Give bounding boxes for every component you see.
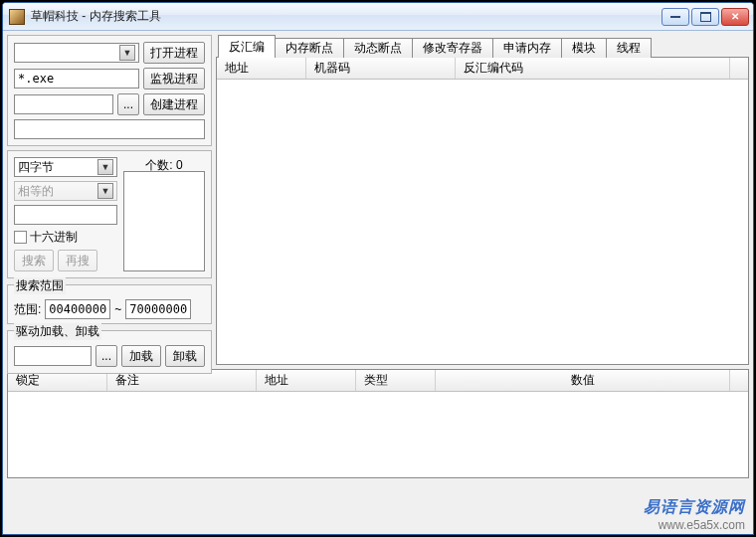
tab-pane: 地址 机器码 反汇编代码	[216, 58, 749, 365]
tab-strip: 反汇编内存断点动态断点修改寄存器申请内存模块线程	[216, 35, 749, 58]
lower-grid-body[interactable]	[8, 392, 748, 477]
chevron-down-icon: ▼	[97, 159, 113, 175]
col-type[interactable]: 类型	[356, 370, 436, 391]
tab-5[interactable]: 模块	[561, 38, 607, 58]
driver-load-button[interactable]: 加载	[121, 345, 161, 367]
process-panel: ▼ 打开进程 *.exe 监视进程 ... 创建进程	[7, 35, 212, 146]
tab-4[interactable]: 申请内存	[492, 38, 562, 58]
create-process-button[interactable]: 创建进程	[143, 93, 205, 115]
disasm-grid-body[interactable]	[217, 80, 748, 364]
watermark-line2: www.e5a5x.com	[659, 518, 745, 532]
result-listbox[interactable]	[123, 171, 205, 271]
col-opcode[interactable]: 机器码	[306, 58, 456, 79]
driver-path-input[interactable]	[14, 346, 92, 366]
lower-grid: 锁定 备注 地址 类型 数值	[7, 369, 749, 478]
browse-path-button[interactable]: ...	[117, 93, 139, 115]
close-button[interactable]	[721, 8, 749, 26]
maximize-button[interactable]	[691, 8, 719, 26]
datatype-value: 四字节	[18, 159, 54, 176]
search-value-input[interactable]	[14, 205, 117, 225]
app-icon	[9, 9, 25, 25]
compare-combo: 相等的 ▼	[14, 181, 117, 201]
hex-checkbox-row[interactable]: 十六进制	[14, 229, 117, 246]
range-legend: 搜索范围	[14, 277, 66, 294]
extra-input[interactable]	[14, 119, 205, 139]
range-to-input[interactable]: 70000000	[125, 299, 191, 319]
range-separator: ~	[114, 302, 121, 316]
datatype-combo[interactable]: 四字节 ▼	[14, 157, 117, 177]
disasm-header-row: 地址 机器码 反汇编代码	[217, 58, 748, 80]
tab-3[interactable]: 修改寄存器	[412, 38, 493, 58]
research-button: 再搜	[58, 250, 97, 271]
col-disasm[interactable]: 反汇编代码	[456, 58, 730, 79]
watermark-line1: 易语言资源网	[644, 497, 745, 518]
window-title: 草帽科技 - 内存搜索工具	[31, 8, 662, 25]
search-button: 搜索	[14, 250, 54, 271]
tab-2[interactable]: 动态断点	[343, 38, 413, 58]
upper-area: ▼ 打开进程 *.exe 监视进程 ... 创建进程	[7, 35, 749, 365]
driver-browse-button[interactable]: ...	[95, 345, 117, 367]
hex-checkbox[interactable]	[14, 231, 27, 244]
open-process-button[interactable]: 打开进程	[143, 42, 205, 64]
col-spacer	[730, 58, 748, 79]
range-groupbox: 搜索范围 范围: 00400000 ~ 70000000	[7, 284, 212, 324]
range-from-input[interactable]: 00400000	[45, 299, 110, 319]
tab-0[interactable]: 反汇编	[218, 35, 276, 58]
minimize-button[interactable]	[662, 8, 689, 26]
driver-groupbox: 驱动加载、卸载 ... 加载 卸载	[7, 330, 212, 374]
left-column: ▼ 打开进程 *.exe 监视进程 ... 创建进程	[7, 35, 212, 365]
chevron-down-icon: ▼	[119, 45, 135, 61]
driver-unload-button[interactable]: 卸载	[165, 345, 205, 367]
client-area: ▼ 打开进程 *.exe 监视进程 ... 创建进程	[3, 31, 753, 534]
process-combo[interactable]: ▼	[14, 43, 139, 63]
window-buttons	[662, 8, 749, 26]
titlebar[interactable]: 草帽科技 - 内存搜索工具	[3, 3, 753, 31]
exe-filter-input[interactable]: *.exe	[14, 69, 139, 89]
compare-value: 相等的	[18, 183, 54, 200]
col-spacer2	[730, 370, 748, 391]
range-label: 范围:	[14, 301, 41, 318]
tab-6[interactable]: 线程	[606, 38, 652, 58]
watermark: 易语言资源网 www.e5a5x.com	[644, 497, 745, 532]
col-value[interactable]: 数值	[436, 370, 730, 391]
chevron-down-icon: ▼	[97, 183, 113, 199]
driver-legend: 驱动加载、卸载	[14, 323, 101, 340]
monitor-process-button[interactable]: 监视进程	[143, 68, 205, 90]
right-panel: 反汇编内存断点动态断点修改寄存器申请内存模块线程 地址 机器码 反汇编代码	[216, 35, 749, 365]
hex-checkbox-label: 十六进制	[30, 229, 78, 246]
app-window: 草帽科技 - 内存搜索工具 ▼ 打开进程	[2, 2, 754, 535]
path-input[interactable]	[14, 94, 113, 114]
result-count-label: 个数: 0	[123, 157, 205, 171]
tab-1[interactable]: 内存断点	[275, 38, 344, 58]
col-addr[interactable]: 地址	[217, 58, 306, 79]
col-addr2[interactable]: 地址	[257, 370, 356, 391]
search-panel: 四字节 ▼ 相等的 ▼ 十六进制 搜索	[7, 150, 212, 278]
